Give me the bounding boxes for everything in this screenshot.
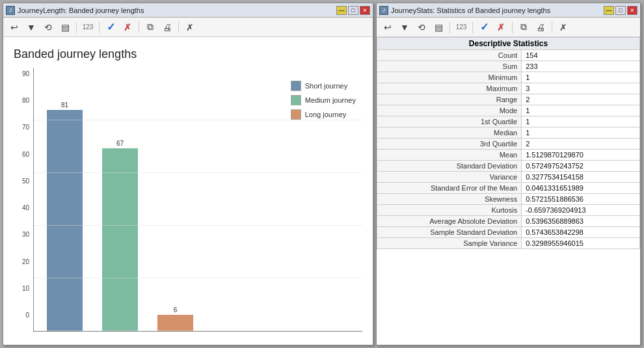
right-minimize-button[interactable]: — — [604, 6, 614, 15]
legend-medium: Medium journey — [291, 95, 356, 105]
stat-row-count: Count 154 — [377, 50, 640, 61]
stat-value-aad: 0.5396356889863 — [522, 216, 640, 227]
bar-long-value: 6 — [174, 306, 178, 314]
chart-title: Banded journey lengths — [14, 47, 362, 61]
stat-name-sum: Sum — [377, 61, 522, 72]
stat-name-variance: Variance — [377, 172, 522, 183]
right-toolbar: ↩ ▼ ⟲ ▤ 123 ✓ ✗ ⧉ 🖨 ✗ — [377, 18, 640, 37]
right-window-title: JourneyStats: Statistics of Banded journ… — [391, 7, 601, 14]
y-label-0: 0 — [25, 312, 29, 319]
separator-3 — [139, 21, 139, 33]
bar-long-rect — [157, 315, 193, 331]
chart-area: Banded journey lengths 90 80 70 60 50 40… — [3, 37, 373, 345]
stat-value-sem: 0.0461331651989 — [522, 183, 640, 194]
y-label-90: 90 — [22, 70, 29, 77]
confirm-button[interactable]: ✓ — [103, 20, 118, 34]
stat-name-ssd: Sample Standard Deviation — [377, 227, 522, 238]
stats-table: Descriptive Statistics Count 154 Sum 233… — [377, 37, 640, 249]
stat-value-sv: 0.3298955946015 — [522, 238, 640, 249]
stat-value-range: 2 — [522, 94, 640, 105]
stat-row-q3: 3rd Quartile 2 — [377, 139, 640, 150]
y-label-50: 50 — [22, 178, 29, 185]
right-confirm-button[interactable]: ✓ — [477, 20, 491, 34]
filter-button[interactable]: ▼ — [24, 20, 38, 34]
legend-long: Long journey — [291, 109, 356, 120]
right-format-button[interactable]: 123 — [454, 20, 468, 34]
stat-value-kurtosis: -0.6597369204913 — [522, 205, 640, 216]
stat-row-ssd: Sample Standard Deviation 0.574365384229… — [377, 227, 640, 238]
cancel-button[interactable]: ✗ — [120, 20, 135, 34]
stat-value-q1: 1 — [522, 116, 640, 127]
chart-plot: 81 67 6 — [33, 68, 362, 332]
chart-content: 90 80 70 60 50 40 30 20 10 0 81 — [14, 68, 362, 332]
minimize-button[interactable]: — — [336, 6, 347, 15]
right-table-button[interactable]: ▤ — [431, 20, 446, 34]
legend-long-color — [291, 109, 301, 120]
stat-value-variance: 0.3277534154158 — [522, 172, 640, 183]
stat-value-q3: 2 — [522, 139, 640, 150]
separator-4 — [178, 21, 179, 33]
legend-medium-label: Medium journey — [305, 96, 356, 104]
left-toolbar: ↩ ▼ ⟲ ▤ 123 ✓ ✗ ⧉ 🖨 ✗ — [3, 18, 373, 37]
left-window-icon: J — [6, 6, 15, 15]
right-close-toolbar-button[interactable]: ✗ — [556, 20, 570, 34]
right-separator-4 — [552, 21, 552, 33]
stat-row-maximum: Maximum 3 — [377, 83, 640, 94]
stat-name-range: Range — [377, 94, 522, 105]
bar-short: 81 — [47, 101, 83, 331]
close-toolbar-button[interactable]: ✗ — [183, 20, 197, 34]
stat-name-sv: Sample Variance — [377, 238, 522, 249]
chart-legend: Short journey Medium journey Long journe… — [291, 81, 356, 120]
stat-row-sv: Sample Variance 0.3298955946015 — [377, 238, 640, 249]
bar-medium-rect — [102, 148, 138, 331]
stat-name-sem: Standard Error of the Mean — [377, 183, 522, 194]
format-button[interactable]: 123 — [81, 20, 95, 34]
maximize-button[interactable]: □ — [348, 6, 358, 15]
stat-name-aad: Average Absolute Deviation — [377, 216, 522, 227]
stat-row-sem: Standard Error of the Mean 0.04613316519… — [377, 183, 640, 194]
stat-row-sum: Sum 233 — [377, 61, 640, 72]
legend-long-label: Long journey — [305, 111, 347, 118]
right-close-button[interactable]: ✕ — [627, 6, 637, 15]
right-print-button[interactable]: 🖨 — [533, 20, 548, 34]
bar-short-rect — [47, 110, 83, 331]
stat-row-mode: Mode 1 — [377, 105, 640, 116]
left-window: J JourneyLength: Banded journey lengths … — [3, 3, 373, 345]
stat-row-stddev: Standard Deviation 0.5724975243752 — [377, 161, 640, 172]
y-label-70: 70 — [22, 124, 29, 131]
stat-name-minimum: Minimum — [377, 72, 522, 83]
right-window-controls: — □ ✕ — [604, 6, 637, 15]
right-maximize-button[interactable]: □ — [615, 6, 626, 15]
print-button[interactable]: 🖨 — [160, 20, 174, 34]
right-back-button[interactable]: ↩ — [381, 20, 395, 34]
left-window-controls: — □ ✕ — [336, 6, 370, 15]
stat-row-range: Range 2 — [377, 94, 640, 105]
stat-row-variance: Variance 0.3277534154158 — [377, 172, 640, 183]
right-filter-button[interactable]: ▼ — [397, 20, 412, 34]
right-refresh-button[interactable]: ⟲ — [414, 20, 429, 34]
bar-medium: 67 — [102, 140, 138, 331]
refresh-button[interactable]: ⟲ — [41, 20, 55, 34]
left-title-bar: J JourneyLength: Banded journey lengths … — [3, 3, 373, 18]
stat-name-q3: 3rd Quartile — [377, 139, 522, 150]
back-button[interactable]: ↩ — [7, 20, 21, 34]
y-label-20: 20 — [22, 258, 29, 265]
right-copy-button[interactable]: ⧉ — [517, 20, 531, 34]
stat-name-kurtosis: Kurtosis — [377, 205, 522, 216]
y-label-60: 60 — [22, 151, 29, 158]
separator-2 — [99, 21, 100, 33]
right-separator-2 — [472, 21, 473, 33]
stat-row-median: Median 1 — [377, 127, 640, 139]
stat-name-stddev: Standard Deviation — [377, 161, 522, 172]
right-window-icon: J — [379, 6, 388, 15]
bar-medium-value: 67 — [116, 140, 124, 147]
stat-row-kurtosis: Kurtosis -0.6597369204913 — [377, 205, 640, 216]
stat-value-skewness: 0.5721551886536 — [522, 194, 640, 205]
close-button[interactable]: ✕ — [360, 6, 370, 15]
right-cancel-button[interactable]: ✗ — [494, 20, 508, 34]
stats-header-row: Descriptive Statistics — [377, 38, 640, 50]
copy-button[interactable]: ⧉ — [143, 20, 157, 34]
table-button[interactable]: ▤ — [58, 20, 72, 34]
right-title-bar: J JourneyStats: Statistics of Banded jou… — [377, 3, 640, 18]
stat-row-aad: Average Absolute Deviation 0.53963568898… — [377, 216, 640, 227]
